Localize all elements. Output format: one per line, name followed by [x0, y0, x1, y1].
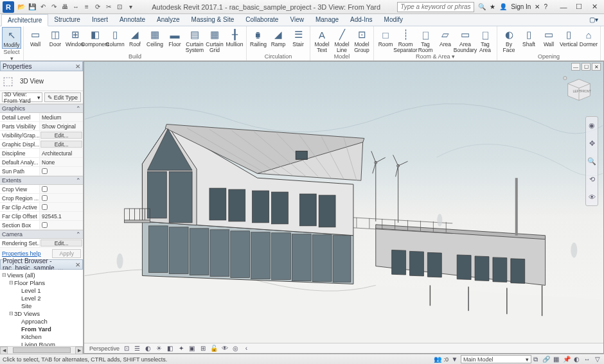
tree-twisty-icon[interactable]: ⊟ — [8, 280, 14, 286]
view-close-button[interactable]: ✕ — [592, 63, 601, 71]
window-close-button[interactable]: ✕ — [587, 2, 601, 12]
tab-modify[interactable]: Modify — [378, 14, 409, 26]
checkbox[interactable] — [42, 168, 48, 174]
zoom-icon[interactable]: 🔍 — [587, 157, 596, 166]
property-value[interactable]: None — [40, 158, 83, 166]
qat-measure-icon[interactable]: ↔ — [71, 3, 80, 12]
exchange-icon[interactable]: ✕ — [535, 3, 540, 10]
qat-open-icon[interactable]: 📂 — [17, 3, 26, 12]
property-value[interactable] — [40, 185, 83, 193]
qat-align-icon[interactable]: ≡ — [82, 3, 91, 12]
model-group-button[interactable]: ⊡ModelGroup — [352, 27, 371, 53]
project-browser-title[interactable]: Project Browser - rac_basic_sample_... ✕ — [0, 259, 83, 270]
select-underlay-icon[interactable]: ▦ — [552, 355, 560, 363]
roof-button[interactable]: ◢Roof — [125, 27, 145, 53]
model-text-button[interactable]: AModelText — [312, 27, 332, 53]
worksharing-icon[interactable]: 👥 — [433, 355, 441, 363]
apply-button[interactable]: Apply — [52, 249, 81, 258]
railing-button[interactable]: ⧯Railing — [249, 27, 268, 53]
perspective-label[interactable]: Perspective — [89, 345, 120, 352]
tab-collaborate[interactable]: Collaborate — [240, 14, 284, 26]
tree-node[interactable]: Site — [1, 302, 82, 309]
more-icon[interactable]: ‹ — [242, 344, 251, 352]
property-value[interactable]: Edit... — [40, 141, 82, 148]
tree-twisty-icon[interactable]: ⊟ — [8, 311, 14, 316]
property-value[interactable] — [40, 167, 83, 175]
tab-view[interactable]: View — [284, 14, 310, 26]
checkbox[interactable] — [42, 222, 48, 228]
subscription-icon[interactable]: ★ — [490, 3, 495, 10]
design-options-icon[interactable]: ⧉ — [531, 355, 540, 363]
close-icon[interactable]: ✕ — [75, 261, 80, 268]
ribbon-expand-icon[interactable]: ▢▾ — [583, 14, 604, 26]
view-canvas[interactable]: — ☐ ✕ LEFT FRONT ◉ ✥ � — [84, 62, 603, 343]
mullion-button[interactable]: ╂Mullion — [225, 27, 244, 53]
filter-icon[interactable]: ▽ — [593, 355, 601, 363]
tree-node[interactable]: Level 2 — [1, 294, 82, 302]
tag-room-button[interactable]: ⎕TagRoom — [416, 27, 435, 53]
navigation-bar[interactable]: ◉ ✥ 🔍 ⟲ 👁 — [585, 116, 598, 206]
type-selector[interactable]: ⬚ 3D View — [0, 71, 83, 91]
detail-level-icon[interactable]: ☰ — [133, 344, 141, 352]
checkbox[interactable] — [42, 195, 48, 201]
editable-only-icon[interactable]: ▼ — [450, 355, 459, 363]
properties-help-link[interactable]: Properties help — [0, 249, 43, 258]
drag-icon[interactable]: ↔ — [583, 355, 591, 363]
qat-section-icon[interactable]: ✂ — [104, 3, 113, 12]
tree-node[interactable]: ⊟Floor Plans — [1, 279, 82, 286]
model-line-button[interactable]: ╱ModelLine — [332, 27, 351, 53]
tree-node[interactable]: Level 1 — [1, 286, 82, 294]
section-extents[interactable]: Extents⌃ — [0, 176, 83, 185]
by-face-button[interactable]: ◐ByFace — [499, 27, 519, 53]
rendering-icon[interactable]: ✦ — [177, 344, 185, 352]
signin-label[interactable]: Sign In — [511, 3, 531, 10]
edit-type-button[interactable]: ✎Edit Type — [44, 92, 81, 102]
room-separator-button[interactable]: ┊RoomSeparator — [396, 27, 415, 53]
qat-thin-icon[interactable]: ⊡ — [115, 3, 124, 12]
qat-sync-icon[interactable]: ⟳ — [93, 3, 102, 12]
property-value[interactable] — [40, 203, 83, 211]
room-button[interactable]: □Room — [376, 27, 395, 53]
select-pinned-icon[interactable]: 📌 — [562, 355, 571, 363]
view-minimize-button[interactable]: — — [571, 63, 580, 71]
floor-button[interactable]: ▬Floor — [165, 27, 184, 53]
help-icon[interactable]: ? — [544, 3, 547, 10]
select-face-icon[interactable]: ◐ — [573, 355, 581, 363]
qat-print-icon[interactable]: 🖶 — [60, 3, 69, 12]
checkbox[interactable] — [42, 186, 48, 192]
property-value[interactable]: Architectural — [40, 149, 83, 157]
close-icon[interactable]: ✕ — [75, 63, 80, 70]
tab-addins[interactable]: Add-Ins — [344, 14, 378, 26]
modify-button[interactable]: ↖ Modify — [2, 27, 21, 49]
tab-manage[interactable]: Manage — [310, 14, 344, 26]
infocenter-icon[interactable]: 🔍 — [478, 3, 486, 10]
steering-wheel-icon[interactable]: ◉ — [589, 121, 595, 130]
tab-architecture[interactable]: Architecture — [1, 14, 48, 26]
property-value[interactable]: Medium — [40, 113, 83, 121]
property-value[interactable]: Edit... — [40, 132, 82, 139]
property-value[interactable]: Show Original — [40, 122, 83, 130]
area-boundary-button[interactable]: ▭AreaBoundary — [456, 27, 475, 53]
lock-icon[interactable]: 🔓 — [209, 344, 218, 352]
scale-icon[interactable]: ⊡ — [122, 344, 130, 352]
wall-button[interactable]: ▭Wall — [26, 27, 45, 53]
wall-button[interactable]: ▭Wall — [539, 27, 558, 53]
component-button[interactable]: ◧Component — [85, 27, 105, 53]
properties-panel-title[interactable]: Properties ✕ — [0, 61, 83, 71]
column-button[interactable]: ▯Column — [105, 27, 125, 53]
tab-structure[interactable]: Structure — [48, 14, 86, 26]
tree-node[interactable]: ⊟Views (all) — [1, 271, 82, 279]
qat-undo-icon[interactable]: ↶ — [39, 3, 48, 12]
instance-selector[interactable]: 3D View: From Yard▾ — [2, 92, 42, 102]
view-maximize-button[interactable]: ☐ — [582, 63, 591, 71]
section-graphics[interactable]: Graphics⌃ — [0, 104, 83, 113]
ceiling-button[interactable]: ▦Ceiling — [145, 27, 164, 53]
tree-node[interactable]: From Yard — [1, 325, 82, 333]
shadows-icon[interactable]: ◧ — [166, 344, 174, 352]
tab-insert[interactable]: Insert — [86, 14, 114, 26]
shaft-button[interactable]: ▯Shaft — [519, 27, 538, 53]
tag-area-button[interactable]: ⎕TagArea — [475, 27, 495, 53]
viewcube[interactable]: LEFT FRONT — [562, 73, 596, 105]
qat-redo-icon[interactable]: ↷ — [49, 3, 58, 12]
curtain-grid-button[interactable]: ▦CurtainGrid — [205, 27, 224, 53]
